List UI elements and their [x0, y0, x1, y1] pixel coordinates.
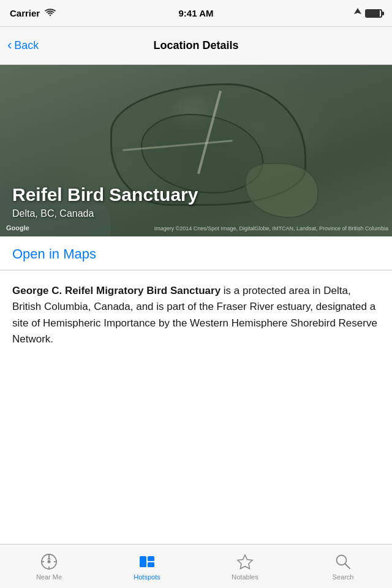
hotspots-icon [138, 552, 156, 571]
near-me-icon [40, 552, 58, 571]
map-image: Reifel Bird Sanctuary Delta, BC, Canada … [0, 65, 392, 236]
tab-search[interactable]: Search [294, 552, 392, 581]
back-button[interactable]: ‹ Back [7, 39, 39, 52]
tab-bar: Near Me Hotspots Notables Search [0, 544, 392, 588]
search-label: Search [333, 573, 354, 581]
svg-marker-7 [48, 556, 51, 560]
svg-marker-0 [354, 8, 361, 14]
svg-line-13 [345, 564, 350, 568]
hotspots-label: Hotspots [134, 573, 160, 581]
svg-marker-11 [238, 555, 252, 569]
content-area: Open in Maps George C. Reifel Migratory … [0, 236, 392, 544]
map-location-name: Reifel Bird Sanctuary [12, 184, 198, 206]
back-label: Back [14, 39, 39, 52]
map-copyright: Imagery ©2014 Cnes/Spot Image, DigitalGl… [154, 225, 388, 232]
carrier-label: Carrier [10, 8, 40, 18]
back-chevron-icon: ‹ [7, 39, 12, 52]
nav-title: Location Details [153, 39, 238, 52]
svg-point-2 [48, 560, 51, 563]
notables-label: Notables [232, 573, 258, 581]
tab-near-me[interactable]: Near Me [0, 552, 98, 581]
wifi-icon [45, 8, 56, 18]
status-time: 9:41 AM [179, 8, 214, 18]
svg-rect-9 [148, 556, 154, 561]
description-bold-part: George C. Reifel Migratory Bird Sanctuar… [12, 285, 221, 296]
search-icon [334, 552, 352, 571]
map-google-label: Google [6, 224, 29, 232]
open-in-maps-section: Open in Maps [0, 236, 392, 270]
open-in-maps-link[interactable]: Open in Maps [12, 246, 96, 262]
tab-hotspots[interactable]: Hotspots [98, 552, 196, 581]
battery-icon [365, 9, 382, 18]
tab-notables[interactable]: Notables [196, 552, 294, 581]
nav-bar: ‹ Back Location Details [0, 27, 392, 65]
location-icon [354, 8, 361, 18]
status-left: Carrier [10, 8, 56, 18]
location-description: George C. Reifel Migratory Bird Sanctuar… [0, 271, 392, 357]
svg-rect-10 [148, 562, 154, 567]
status-right [354, 8, 382, 18]
map-location-subtitle: Delta, BC, Canada [12, 208, 94, 219]
svg-rect-8 [140, 556, 146, 567]
notables-icon [236, 552, 254, 571]
status-bar: Carrier 9:41 AM [0, 0, 392, 27]
near-me-label: Near Me [36, 573, 62, 581]
